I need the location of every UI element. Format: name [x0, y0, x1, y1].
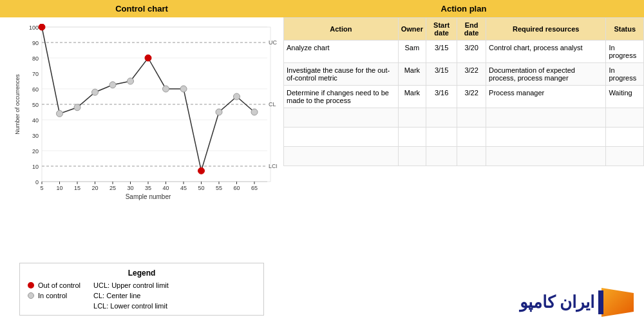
legend-in-control: In control — [28, 292, 80, 299]
svg-text:50: 50 — [198, 185, 204, 191]
action-cell-1: Investigate the cause for the out-of-con… — [284, 63, 399, 86]
svg-text:20: 20 — [91, 185, 98, 191]
start-cell-1: 3/15 — [426, 63, 457, 86]
action-plan-table: Action Owner Start date End date Require… — [283, 17, 644, 166]
resources-cell-0: Control chart, process analyst — [486, 41, 606, 63]
control-chart-svg: 100 90 80 70 60 50 40 30 20 10 0 UCL CL … — [6, 24, 277, 204]
legend-box: Legend Out of control In control UCL: Up… — [19, 263, 264, 316]
in-control-label: In control — [38, 292, 67, 299]
status-cell-2: Waiting — [606, 86, 644, 108]
table-row: Investigate the cause for the out-of-con… — [284, 63, 644, 86]
svg-text:CL: CL — [269, 101, 276, 108]
legend-ucl: UCL: Upper control limit — [93, 281, 169, 289]
svg-text:LCL: LCL — [269, 163, 277, 169]
out-of-control-icon — [28, 282, 34, 289]
svg-text:15: 15 — [74, 185, 80, 191]
end-cell-2: 3/22 — [457, 86, 486, 108]
svg-text:Sample number: Sample number — [126, 193, 171, 200]
table-row: Analyze chart Sam 3/15 3/20 Control char… — [284, 41, 644, 63]
svg-text:55: 55 — [216, 185, 222, 191]
action-cell-2: Determine if changes need to be made to … — [284, 86, 399, 108]
col-header-action: Action — [284, 18, 399, 41]
svg-text:5: 5 — [40, 185, 43, 191]
owner-cell-0: Sam — [398, 41, 426, 63]
svg-text:60: 60 — [32, 86, 39, 93]
svg-text:40: 40 — [162, 185, 169, 191]
status-cell-0: In progress — [606, 41, 644, 63]
legend-out-of-control: Out of control — [28, 281, 80, 289]
svg-text:50: 50 — [32, 102, 39, 108]
svg-point-56 — [74, 104, 80, 111]
resources-cell-2: Process manager — [486, 86, 606, 108]
end-cell-0: 3/20 — [457, 41, 486, 63]
svg-text:10: 10 — [32, 164, 39, 170]
table-row-empty — [284, 147, 644, 166]
svg-text:Number of occurrences: Number of occurrences — [14, 74, 21, 135]
svg-text:0: 0 — [35, 179, 39, 185]
owner-cell-1: Mark — [398, 63, 426, 86]
col-header-start: Start date — [426, 18, 457, 41]
action-cell-0: Analyze chart — [284, 41, 399, 63]
svg-text:80: 80 — [32, 55, 39, 62]
left-panel: Control chart — [0, 0, 283, 322]
svg-point-55 — [57, 110, 63, 117]
col-header-end: End date — [457, 18, 486, 41]
col-header-resources: Required resources — [486, 18, 606, 41]
table-row: Determine if changes need to be made to … — [284, 86, 644, 108]
legend-rows: Out of control In control UCL: Upper con… — [28, 281, 256, 310]
svg-text:UCL: UCL — [269, 39, 277, 46]
chart-area: 100 90 80 70 60 50 40 30 20 10 0 UCL CL … — [0, 17, 283, 258]
ucl-label: UCL: Upper control limit — [93, 281, 169, 289]
svg-point-57 — [92, 89, 99, 95]
legend-col-symbols: Out of control In control — [28, 281, 80, 310]
table-row-empty — [284, 108, 644, 128]
end-cell-1: 3/22 — [457, 63, 486, 86]
svg-text:10: 10 — [56, 185, 62, 191]
logo-icon — [598, 288, 634, 317]
svg-text:30: 30 — [32, 133, 39, 139]
lcl-label: LCL: Lower control limit — [93, 302, 167, 310]
resources-cell-1: Documentation of expected process, proce… — [486, 63, 606, 86]
right-panel: Action plan Action Owner Start date End … — [283, 0, 644, 322]
legend-lcl: LCL: Lower control limit — [93, 302, 169, 310]
svg-text:90: 90 — [32, 40, 39, 46]
svg-point-64 — [251, 109, 258, 115]
svg-point-52 — [39, 24, 45, 30]
legend-col-lines: UCL: Upper control limit CL: Center line… — [93, 281, 169, 310]
status-cell-1: In progress — [606, 63, 644, 86]
legend-title: Legend — [28, 269, 256, 278]
svg-text:100: 100 — [29, 24, 39, 31]
col-header-owner: Owner — [398, 18, 426, 41]
svg-text:40: 40 — [32, 117, 39, 124]
cl-label: CL: Center line — [93, 292, 140, 299]
owner-cell-2: Mark — [398, 86, 426, 108]
svg-marker-66 — [598, 290, 603, 314]
svg-text:30: 30 — [127, 185, 133, 191]
svg-point-63 — [234, 93, 240, 100]
out-of-control-label: Out of control — [38, 281, 80, 289]
legend-cl: CL: Center line — [93, 292, 169, 299]
in-control-icon — [28, 292, 34, 299]
table-row-empty — [284, 128, 644, 147]
start-cell-0: 3/15 — [426, 41, 457, 63]
svg-text:45: 45 — [180, 185, 187, 191]
svg-point-59 — [128, 78, 134, 84]
logo-text: ایران کامپو — [520, 292, 594, 312]
svg-point-62 — [216, 109, 222, 115]
logo-area: ایران کامپو — [283, 283, 644, 322]
svg-text:35: 35 — [145, 185, 151, 191]
action-plan-title: Action plan — [283, 0, 644, 17]
svg-text:70: 70 — [32, 71, 39, 77]
svg-text:25: 25 — [109, 185, 116, 191]
svg-point-58 — [109, 82, 116, 88]
svg-point-60 — [163, 86, 169, 92]
svg-text:65: 65 — [251, 185, 258, 191]
chart-title: Control chart — [0, 0, 283, 17]
col-header-status: Status — [606, 18, 644, 41]
svg-point-61 — [180, 86, 187, 92]
svg-text:60: 60 — [233, 185, 240, 191]
svg-text:20: 20 — [32, 148, 39, 155]
start-cell-2: 3/16 — [426, 86, 457, 108]
svg-point-54 — [198, 167, 205, 174]
svg-point-53 — [145, 55, 151, 61]
